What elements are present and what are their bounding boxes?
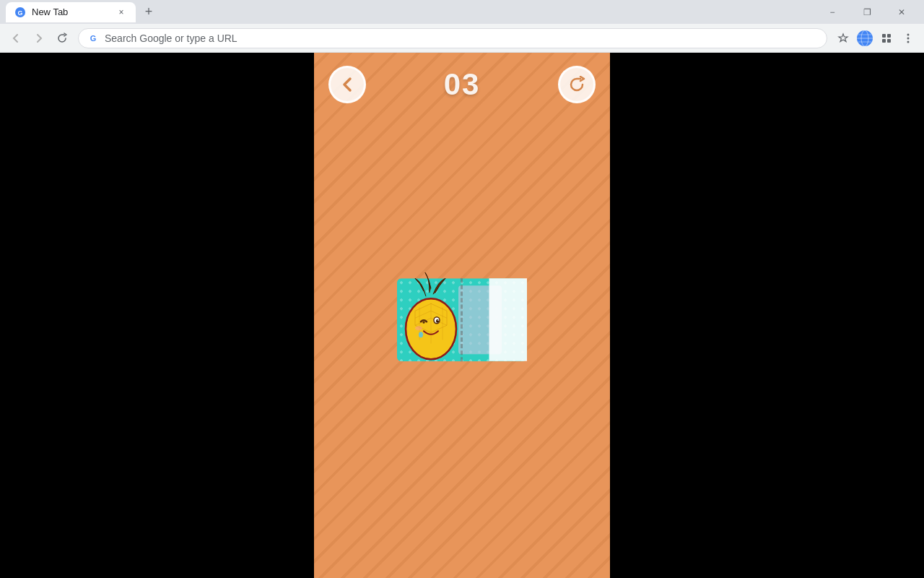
svg-rect-12	[887, 39, 891, 43]
svg-text:G: G	[17, 9, 22, 17]
refresh-icon	[56, 33, 68, 44]
content-area: 03	[0, 53, 924, 578]
profile-avatar[interactable]	[855, 28, 875, 48]
extensions-button[interactable]	[876, 28, 897, 48]
game-back-icon	[339, 76, 356, 93]
svg-point-21	[423, 321, 425, 323]
back-button[interactable]	[6, 28, 26, 48]
game-card-area	[397, 278, 527, 361]
cut-line	[461, 278, 463, 361]
back-icon	[10, 33, 22, 44]
svg-point-19	[436, 319, 439, 322]
new-tab-button[interactable]: +	[139, 2, 159, 22]
svg-point-14	[907, 37, 910, 39]
svg-point-20	[437, 319, 439, 321]
browser-tab[interactable]: G New Tab ×	[6, 2, 136, 22]
forward-button[interactable]	[29, 28, 49, 48]
menu-icon	[902, 33, 914, 44]
svg-point-22	[415, 326, 422, 330]
puzzle-card	[397, 278, 527, 361]
tab-title: New Tab	[32, 7, 110, 17]
svg-point-13	[907, 33, 910, 35]
game-ui: 03	[314, 53, 610, 578]
forward-icon	[33, 33, 45, 44]
address-bar[interactable]: G Search Google or type a URL	[78, 28, 827, 48]
game-refresh-button[interactable]	[558, 66, 596, 103]
svg-point-23	[419, 332, 423, 337]
right-panel	[610, 53, 924, 578]
menu-button[interactable]	[898, 28, 918, 48]
star-icon	[837, 33, 849, 44]
svg-rect-11	[882, 39, 886, 43]
minimize-button[interactable]: −	[816, 0, 849, 24]
close-button[interactable]: ✕	[885, 0, 918, 24]
game-score: 03	[444, 67, 481, 102]
toolbar: G Search Google or type a URL	[0, 24, 924, 53]
browser-frame: G New Tab × + − ❐ ✕	[0, 0, 924, 578]
bookmark-button[interactable]	[833, 28, 853, 48]
svg-text:G: G	[90, 34, 97, 43]
svg-rect-10	[887, 34, 891, 38]
svg-rect-9	[882, 34, 886, 38]
svg-point-15	[907, 40, 910, 43]
toolbar-right	[833, 28, 918, 48]
game-refresh-icon	[568, 76, 585, 93]
game-back-button[interactable]	[328, 66, 366, 103]
left-panel	[0, 53, 314, 578]
game-topbar: 03	[314, 53, 610, 103]
address-text: Search Google or type a URL	[105, 33, 818, 44]
tab-close-button[interactable]: ×	[116, 7, 127, 18]
title-bar: G New Tab × + − ❐ ✕	[0, 0, 924, 24]
maximize-button[interactable]: ❐	[850, 0, 884, 24]
window-controls: − ❐ ✕	[816, 0, 918, 24]
game-viewport: 03	[314, 53, 610, 578]
favicon-icon: G	[14, 7, 26, 18]
google-logo-icon: G	[87, 33, 99, 44]
profile-icon	[856, 30, 873, 47]
puzzle-icon	[881, 33, 892, 44]
refresh-button[interactable]	[52, 28, 72, 48]
